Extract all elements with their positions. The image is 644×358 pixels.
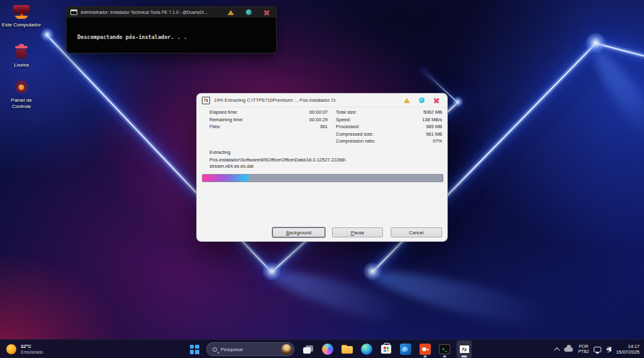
taskbar: 32°C Ensolarado Pesquisar <box>0 339 644 358</box>
edge-browser-icon <box>361 344 372 355</box>
taskbar-app-microsoft-store[interactable] <box>379 340 394 358</box>
stats-left-column: Elapsed time: 00:00:07 Remaining time: 0… <box>209 109 328 131</box>
desktop-icon-label: Painel de Controle <box>1 97 42 110</box>
hidden-icons-chevron-icon[interactable] <box>554 347 560 353</box>
minimize-icon[interactable] <box>228 10 234 15</box>
console-window: Administrador: Instalador Technical Tool… <box>66 6 277 53</box>
clock-widget[interactable]: 14:17 15/07/2025 <box>616 344 640 355</box>
light-beam <box>369 261 577 339</box>
progress-bar-fill <box>203 175 248 182</box>
language-code: POR <box>578 344 589 349</box>
search-label: Pesquisar <box>221 347 277 352</box>
neon-vertex-glow <box>363 262 382 281</box>
console-output: Descompactando pós-instalador. . . <box>67 18 276 40</box>
maximize-icon[interactable] <box>419 97 425 103</box>
stat-label: Total size: <box>336 109 357 116</box>
stat-label: Elapsed time: <box>209 109 238 116</box>
gear-icon: ⚙ <box>14 79 29 95</box>
taskbar-app-blue-app[interactable] <box>398 340 413 358</box>
background-button[interactable]: Background <box>272 227 325 237</box>
stat-value: 138 MB/s <box>422 116 442 124</box>
stat-value: 00:00:29 <box>309 116 328 124</box>
taskbar-app-file-explorer[interactable] <box>340 340 355 358</box>
system-tray: POR PTB2 14:17 15/07/2025 <box>555 340 640 358</box>
file-path-line2: stream.x64.es-es.dat <box>209 163 346 170</box>
progress-bar <box>202 174 443 182</box>
stat-value: 5062 MB <box>423 109 442 116</box>
dialog-title-bar[interactable]: 7z 19% Extracting C:\TTPE710Premium\ ...… <box>197 94 447 107</box>
stat-row: Processed: 985 MB <box>336 123 442 131</box>
terminal-icon: >_ <box>439 344 450 354</box>
blue-app-icon <box>400 344 411 355</box>
weather-widget[interactable]: 32°C Ensolarado <box>6 340 43 358</box>
desktop-icon-recycle-bin[interactable]: Lixeira <box>1 44 42 68</box>
stat-row: Compression ratio: 97% <box>336 138 442 145</box>
weather-temperature: 32°C <box>21 344 43 349</box>
7zip-icon: 7z <box>459 345 470 354</box>
console-title: Administrador: Instalador Technical Tool… <box>80 10 225 14</box>
taskbar-center: Pesquisar >_ 7z <box>187 340 472 358</box>
installer-app-icon <box>419 344 431 355</box>
start-button[interactable] <box>187 340 202 358</box>
taskbar-app-edge[interactable] <box>359 340 374 358</box>
language-indicator[interactable]: POR PTB2 <box>578 344 589 354</box>
desktop-icon-label: Lixeira <box>1 62 42 68</box>
taskbar-app-copilot[interactable] <box>320 340 335 358</box>
maximize-icon[interactable] <box>246 9 252 15</box>
neon-vertex-glow <box>452 96 464 107</box>
search-highlight-avatar[interactable] <box>281 344 292 355</box>
stat-label: Compressed size: <box>336 131 374 138</box>
desktop-icon-control-panel[interactable]: ⚙ Painel de Controle <box>1 79 42 110</box>
stat-label: Files: <box>209 123 221 131</box>
console-title-bar[interactable]: Administrador: Instalador Technical Tool… <box>67 7 276 18</box>
taskbar-app-installer[interactable] <box>418 340 433 358</box>
taskbar-app-7zip[interactable]: 7z <box>457 340 472 358</box>
taskbar-app-terminal[interactable]: >_ <box>437 340 452 358</box>
cancel-button[interactable]: Cancel <box>391 227 442 237</box>
neon-vertex-glow <box>40 28 54 41</box>
7zip-progress-dialog: 7z 19% Extracting C:\TTPE710Premium\ ...… <box>196 93 448 242</box>
network-icon[interactable] <box>594 347 601 352</box>
stat-value: 97% <box>433 138 442 145</box>
keyboard-layout: PTB2 <box>578 349 589 354</box>
task-view-icon <box>303 345 313 354</box>
neon-vertex-glow <box>262 262 281 281</box>
stat-row: Remaining time: 00:00:29 <box>209 116 328 124</box>
dialog-title: 19% Extracting C:\TTPE710Premium\ ... Pó… <box>214 97 400 103</box>
close-icon[interactable] <box>433 97 440 104</box>
tray-date: 15/07/2025 <box>616 349 640 355</box>
extracting-label: Extracting <box>209 149 230 155</box>
stat-label: Speed: <box>336 116 351 124</box>
store-bag-icon <box>381 345 391 354</box>
stat-row: Speed: 138 MB/s <box>336 116 442 124</box>
stat-value: 361 <box>319 123 328 131</box>
stat-row: Compressed size: 961 MB <box>336 131 442 138</box>
neon-vertex-glow <box>585 32 606 53</box>
stat-value: 961 MB <box>426 131 442 138</box>
close-icon[interactable] <box>264 9 270 16</box>
sun-icon <box>6 344 16 354</box>
onedrive-icon[interactable] <box>564 347 573 352</box>
stat-value: 00:00:07 <box>309 109 328 116</box>
folder-icon <box>341 345 353 354</box>
stats-right-column: Total size: 5062 MB Speed: 138 MB/s Proc… <box>336 109 442 145</box>
stat-row: Elapsed time: 00:00:07 <box>209 109 328 116</box>
stat-row: Total size: 5062 MB <box>336 109 442 116</box>
desktop-icon-label: Este Computador <box>1 22 42 28</box>
computer-icon <box>13 5 30 19</box>
minimize-icon[interactable] <box>404 98 410 103</box>
taskbar-app-task-view[interactable] <box>301 340 316 358</box>
file-path-line1: Pós-instalador\Software\MSOffice\Office\… <box>209 157 346 163</box>
volume-control[interactable] <box>606 347 611 352</box>
search-box[interactable]: Pesquisar <box>206 342 294 356</box>
pause-button[interactable]: Pause <box>332 227 383 237</box>
stat-value: 985 MB <box>426 123 442 131</box>
light-beam <box>586 43 644 161</box>
tray-time: 14:17 <box>616 344 640 350</box>
desktop-icon-this-pc[interactable]: Este Computador <box>1 4 42 28</box>
current-file-path: Pós-instalador\Software\MSOffice\Office\… <box>209 157 346 170</box>
cmd-window-icon <box>70 9 77 15</box>
7zip-app-icon: 7z <box>202 97 210 104</box>
stat-label: Processed: <box>336 123 360 131</box>
weather-condition: Ensolarado <box>21 349 43 355</box>
